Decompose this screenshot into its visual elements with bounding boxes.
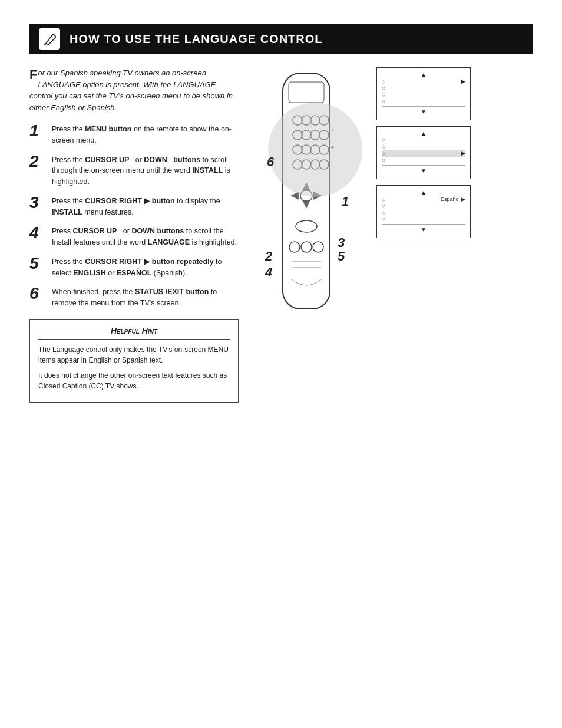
remote-area: + + - <box>250 67 368 403</box>
step-6-text: When finished, press the STATUS /EXIT bu… <box>52 286 239 309</box>
step-4-number: 4 <box>29 225 46 241</box>
svg-point-31 <box>313 242 323 252</box>
step-1-text: Press the MENU button on the remote to s… <box>52 124 239 146</box>
right-column: + + - <box>250 67 533 403</box>
step-2-number: 2 <box>29 153 46 170</box>
svg-point-29 <box>289 242 300 252</box>
drop-cap: F <box>29 68 37 81</box>
badge-2: 2 <box>265 249 272 264</box>
step-6-number: 6 <box>29 285 46 302</box>
header-icon-box <box>39 28 60 50</box>
step-5-text: Press the CURSOR RIGHT ▶ button repeated… <box>52 256 239 279</box>
screens-area: ▲ ◇▶ ◇ ◇ ◇ ▼ ▲ ◇ ◇ ◇▶ ◇ ▼ <box>376 67 471 403</box>
content-area: For our Spanish speaking TV owners an on… <box>29 67 533 403</box>
intro-paragraph: For our Spanish speaking TV owners an on… <box>29 67 239 113</box>
page-title: How to Use the Language Control <box>70 32 323 46</box>
step-2: 2 Press the CURSOR UP or DOWN buttons to… <box>29 154 239 187</box>
remote-icon <box>42 31 57 47</box>
badge-6: 6 <box>267 154 274 170</box>
badge-4: 4 <box>265 265 272 280</box>
step-5: 5 Press the CURSOR RIGHT ▶ button repeat… <box>29 256 239 279</box>
badge-5: 5 <box>338 249 345 264</box>
badge-1: 1 <box>342 194 349 209</box>
step-1-number: 1 <box>29 123 46 139</box>
steps-list: 1 Press the MENU button on the remote to… <box>29 124 239 309</box>
step-6: 6 When finished, press the STATUS /EXIT … <box>29 286 239 309</box>
step-2-text: Press the CURSOR UP or DOWN buttons to s… <box>52 154 239 187</box>
step-5-number: 5 <box>29 255 46 272</box>
hint-paragraph-1: The Language control only makes the TV's… <box>38 344 230 365</box>
left-column: For our Spanish speaking TV owners an on… <box>29 67 239 403</box>
step-3-text: Press the CURSOR RIGHT ▶ button to displ… <box>52 196 239 218</box>
screen-3: ▲ ◇Español ▶ ◇ ◇ ◇ ▼ <box>376 185 471 238</box>
step-3-number: 3 <box>29 195 46 211</box>
screen-1: ▲ ◇▶ ◇ ◇ ◇ ▼ <box>376 67 471 120</box>
bg-circle <box>268 103 362 197</box>
screen-2: ▲ ◇ ◇ ◇▶ ◇ ▼ <box>376 126 471 179</box>
step-4-text: Press CURSOR UP or DOWN buttons to scrol… <box>52 226 239 248</box>
hint-title: Helpful Hint <box>38 326 230 340</box>
page-header: How to Use the Language Control <box>29 24 533 54</box>
svg-point-30 <box>301 242 312 252</box>
svg-point-28 <box>296 220 317 232</box>
step-1: 1 Press the MENU button on the remote to… <box>29 124 239 146</box>
svg-line-0 <box>44 44 46 45</box>
svg-rect-3 <box>289 82 324 103</box>
step-3: 3 Press the CURSOR RIGHT ▶ button to dis… <box>29 196 239 218</box>
page: How to Use the Language Control For our … <box>0 0 562 426</box>
hint-box: Helpful Hint The Language control only m… <box>29 319 239 403</box>
hint-paragraph-2: It does not change the other on-screen t… <box>38 370 230 391</box>
step-4: 4 Press CURSOR UP or DOWN buttons to scr… <box>29 226 239 248</box>
